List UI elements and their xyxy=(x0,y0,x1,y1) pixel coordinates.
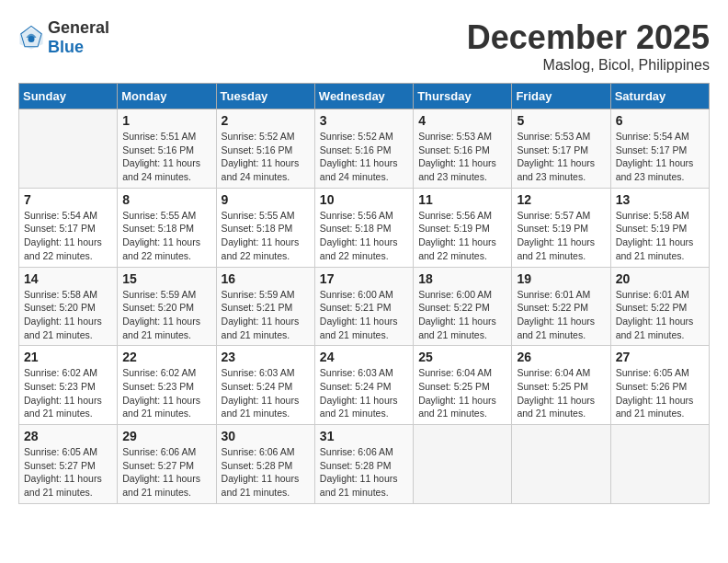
calendar-week-4: 21Sunrise: 6:02 AMSunset: 5:23 PMDayligh… xyxy=(19,346,710,425)
day-number: 11 xyxy=(418,192,506,207)
calendar-week-3: 14Sunrise: 5:58 AMSunset: 5:20 PMDayligh… xyxy=(19,267,710,346)
day-number: 1 xyxy=(122,113,210,128)
day-info: Sunrise: 5:56 AMSunset: 5:18 PMDaylight:… xyxy=(320,209,408,263)
calendar-cell: 31Sunrise: 6:06 AMSunset: 5:28 PMDayligh… xyxy=(314,425,413,504)
day-info: Sunrise: 6:04 AMSunset: 5:25 PMDaylight:… xyxy=(418,366,506,420)
day-number: 18 xyxy=(418,271,506,286)
day-number: 6 xyxy=(616,113,704,128)
day-info: Sunrise: 5:58 AMSunset: 5:19 PMDaylight:… xyxy=(616,209,704,263)
calendar-cell: 4Sunrise: 5:53 AMSunset: 5:16 PMDaylight… xyxy=(414,109,512,189)
day-number: 3 xyxy=(320,113,408,128)
calendar-cell: 10Sunrise: 5:56 AMSunset: 5:18 PMDayligh… xyxy=(314,188,413,267)
day-number: 10 xyxy=(320,192,408,207)
logo-blue: Blue xyxy=(48,38,84,56)
day-number: 24 xyxy=(320,350,408,364)
calendar-header-row: SundayMondayTuesdayWednesdayThursdayFrid… xyxy=(19,84,710,109)
calendar-cell: 20Sunrise: 6:01 AMSunset: 5:22 PMDayligh… xyxy=(610,267,709,346)
logo: General Blue xyxy=(18,18,109,57)
calendar-body: 1Sunrise: 5:51 AMSunset: 5:16 PMDaylight… xyxy=(19,109,710,504)
calendar-cell: 3Sunrise: 5:52 AMSunset: 5:16 PMDaylight… xyxy=(314,109,413,189)
calendar-header-monday: Monday xyxy=(118,84,216,109)
day-info: Sunrise: 5:58 AMSunset: 5:20 PMDaylight:… xyxy=(24,288,112,342)
day-info: Sunrise: 6:04 AMSunset: 5:25 PMDaylight:… xyxy=(517,366,605,420)
calendar-cell: 11Sunrise: 5:56 AMSunset: 5:19 PMDayligh… xyxy=(414,188,512,267)
calendar-cell: 1Sunrise: 5:51 AMSunset: 5:16 PMDaylight… xyxy=(118,109,216,189)
calendar-table: SundayMondayTuesdayWednesdayThursdayFrid… xyxy=(18,83,710,504)
calendar-cell: 27Sunrise: 6:05 AMSunset: 5:26 PMDayligh… xyxy=(610,346,709,425)
day-info: Sunrise: 6:03 AMSunset: 5:24 PMDaylight:… xyxy=(320,366,408,420)
calendar-week-5: 28Sunrise: 6:05 AMSunset: 5:27 PMDayligh… xyxy=(19,425,710,504)
day-info: Sunrise: 5:57 AMSunset: 5:19 PMDaylight:… xyxy=(517,209,605,263)
calendar-cell xyxy=(19,109,118,189)
logo-icon xyxy=(18,25,44,51)
calendar-cell: 24Sunrise: 6:03 AMSunset: 5:24 PMDayligh… xyxy=(314,346,413,425)
day-info: Sunrise: 6:03 AMSunset: 5:24 PMDaylight:… xyxy=(222,366,310,420)
calendar-cell: 22Sunrise: 6:02 AMSunset: 5:23 PMDayligh… xyxy=(118,346,216,425)
day-info: Sunrise: 6:02 AMSunset: 5:23 PMDaylight:… xyxy=(122,366,210,420)
day-info: Sunrise: 6:05 AMSunset: 5:26 PMDaylight:… xyxy=(616,366,704,420)
day-info: Sunrise: 5:51 AMSunset: 5:16 PMDaylight:… xyxy=(122,130,210,184)
day-number: 16 xyxy=(222,271,310,286)
day-info: Sunrise: 5:56 AMSunset: 5:19 PMDaylight:… xyxy=(418,209,506,263)
day-number: 26 xyxy=(517,350,605,364)
calendar-cell: 28Sunrise: 6:05 AMSunset: 5:27 PMDayligh… xyxy=(19,425,118,504)
calendar-cell: 25Sunrise: 6:04 AMSunset: 5:25 PMDayligh… xyxy=(414,346,512,425)
calendar-cell: 12Sunrise: 5:57 AMSunset: 5:19 PMDayligh… xyxy=(512,188,610,267)
calendar-cell: 21Sunrise: 6:02 AMSunset: 5:23 PMDayligh… xyxy=(19,346,118,425)
logo-general: General xyxy=(48,18,109,37)
calendar-cell: 5Sunrise: 5:53 AMSunset: 5:17 PMDaylight… xyxy=(512,109,610,189)
day-info: Sunrise: 5:52 AMSunset: 5:16 PMDaylight:… xyxy=(320,130,408,184)
svg-point-2 xyxy=(28,36,35,42)
calendar-cell: 9Sunrise: 5:55 AMSunset: 5:18 PMDaylight… xyxy=(216,188,314,267)
day-info: Sunrise: 5:59 AMSunset: 5:21 PMDaylight:… xyxy=(222,288,310,342)
day-number: 21 xyxy=(24,350,112,364)
day-info: Sunrise: 6:01 AMSunset: 5:22 PMDaylight:… xyxy=(517,288,605,342)
day-number: 22 xyxy=(122,350,210,364)
day-number: 7 xyxy=(24,192,112,207)
day-number: 13 xyxy=(616,192,704,207)
day-info: Sunrise: 5:53 AMSunset: 5:16 PMDaylight:… xyxy=(418,130,506,184)
calendar-cell xyxy=(414,425,512,504)
calendar-cell: 6Sunrise: 5:54 AMSunset: 5:17 PMDaylight… xyxy=(610,109,709,189)
calendar-header-wednesday: Wednesday xyxy=(314,84,413,109)
day-info: Sunrise: 6:06 AMSunset: 5:27 PMDaylight:… xyxy=(122,445,210,500)
day-info: Sunrise: 6:01 AMSunset: 5:22 PMDaylight:… xyxy=(616,288,704,342)
calendar-cell: 8Sunrise: 5:55 AMSunset: 5:18 PMDaylight… xyxy=(118,188,216,267)
day-info: Sunrise: 6:02 AMSunset: 5:23 PMDaylight:… xyxy=(24,366,112,420)
calendar-header-tuesday: Tuesday xyxy=(216,84,314,109)
calendar-week-2: 7Sunrise: 5:54 AMSunset: 5:17 PMDaylight… xyxy=(19,188,710,267)
day-info: Sunrise: 5:53 AMSunset: 5:17 PMDaylight:… xyxy=(517,130,605,184)
day-info: Sunrise: 6:05 AMSunset: 5:27 PMDaylight:… xyxy=(24,445,112,500)
day-number: 9 xyxy=(222,192,310,207)
calendar-cell: 13Sunrise: 5:58 AMSunset: 5:19 PMDayligh… xyxy=(610,188,709,267)
calendar-header-thursday: Thursday xyxy=(414,84,512,109)
calendar-cell xyxy=(512,425,610,504)
day-info: Sunrise: 5:55 AMSunset: 5:18 PMDaylight:… xyxy=(122,209,210,263)
calendar-cell: 19Sunrise: 6:01 AMSunset: 5:22 PMDayligh… xyxy=(512,267,610,346)
calendar-cell: 2Sunrise: 5:52 AMSunset: 5:16 PMDaylight… xyxy=(216,109,314,189)
calendar-cell: 17Sunrise: 6:00 AMSunset: 5:21 PMDayligh… xyxy=(314,267,413,346)
day-number: 31 xyxy=(320,429,408,443)
calendar-header-friday: Friday xyxy=(512,84,610,109)
calendar-header-saturday: Saturday xyxy=(610,84,709,109)
day-number: 30 xyxy=(222,429,310,443)
header: General Blue December 2025 Maslog, Bicol… xyxy=(18,18,710,74)
day-info: Sunrise: 6:00 AMSunset: 5:22 PMDaylight:… xyxy=(418,288,506,342)
day-info: Sunrise: 5:54 AMSunset: 5:17 PMDaylight:… xyxy=(616,130,704,184)
day-number: 23 xyxy=(222,350,310,364)
day-number: 19 xyxy=(517,271,605,286)
day-info: Sunrise: 5:52 AMSunset: 5:16 PMDaylight:… xyxy=(222,130,310,184)
calendar-cell: 15Sunrise: 5:59 AMSunset: 5:20 PMDayligh… xyxy=(118,267,216,346)
calendar-cell: 30Sunrise: 6:06 AMSunset: 5:28 PMDayligh… xyxy=(216,425,314,504)
calendar-cell: 14Sunrise: 5:58 AMSunset: 5:20 PMDayligh… xyxy=(19,267,118,346)
day-number: 4 xyxy=(418,113,506,128)
day-number: 27 xyxy=(616,350,704,364)
day-number: 12 xyxy=(517,192,605,207)
day-number: 15 xyxy=(122,271,210,286)
logo-text: General Blue xyxy=(48,18,109,57)
day-number: 25 xyxy=(418,350,506,364)
day-info: Sunrise: 5:54 AMSunset: 5:17 PMDaylight:… xyxy=(24,209,112,263)
month-title: December 2025 xyxy=(467,18,710,57)
calendar-header-sunday: Sunday xyxy=(19,84,118,109)
day-number: 14 xyxy=(24,271,112,286)
